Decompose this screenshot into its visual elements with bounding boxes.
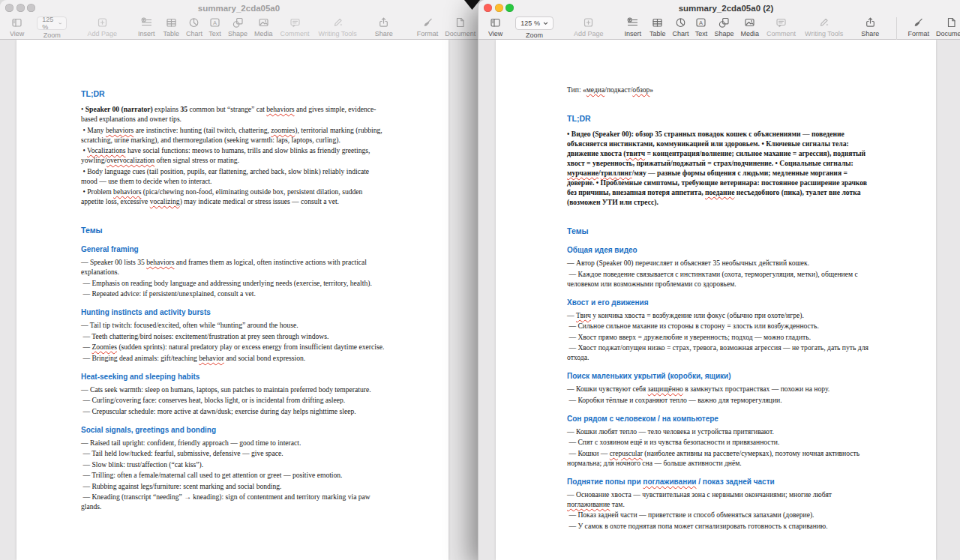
doc-paragraph: — Tail tip twitch: focused/excited, ofte… [81,320,386,330]
toolbar-button-table[interactable]: Table [650,16,666,37]
toolbar-button-document[interactable]: Document [445,16,476,37]
toolbar-button-share[interactable]: Share [861,16,879,37]
doc-subheading: Хвост и его движения [567,298,872,307]
text-run: TL;DR [567,114,591,123]
doc-paragraph: — Твич у кончика хвоста = возбуждение ил… [567,310,872,320]
text-run: Speaker 00 (narrator) [86,105,153,113]
text-run: — Slow blink: trust/affection (“cat kiss… [81,460,203,469]
text-run: — Rubbing against legs/furniture: scent … [81,482,282,490]
text-run: — [567,311,576,319]
text-run: • Many [81,126,106,134]
toolbar-button-zoom[interactable]: 125 %Zoom [515,16,554,39]
chart-icon [674,16,687,28]
text-run: » [650,85,653,94]
doc-paragraph: — Основание хвоста — чувствительная зона… [567,490,872,509]
text-run: are instinctive: hunting (tail twitch, c… [134,126,271,134]
close-button[interactable] [5,4,14,12]
doc-paragraph: — Кошки любят тепло — тело человека и ус… [567,427,872,436]
zoom-window-button[interactable] [27,4,35,12]
text-run: — Repeated advice: if persistent/unexpla… [81,289,256,298]
document-icon [945,16,958,28]
text-run: • Body language cues (tail position, pup… [81,167,370,185]
toolbar-button-shape[interactable]: Shape [228,16,248,37]
toolbar-button-chart[interactable]: Chart [672,16,688,37]
toolbar-button-add-page[interactable]: Add Page [87,16,117,37]
toolbar-button-document[interactable]: Document [936,16,960,37]
document-page[interactable]: Тип: «медиа/подкаст/обзор»TL;DR• Видео (… [496,40,936,560]
doc-heading: TL;DR [567,114,872,124]
toolbar-button-writing-tools[interactable]: Writing Tools [805,16,843,37]
toolbar-button-writing-tools[interactable]: Writing Tools [319,16,357,37]
toolbar-button-table[interactable]: Table [163,16,179,37]
doc-subheading: Сон рядом с человеком / на компьютере [567,414,872,424]
zoom-level-dropdown[interactable]: 125 % [37,16,67,30]
misspelled-word: триллинг [601,169,632,177]
toolbar-button-media[interactable]: Media [254,16,273,37]
toolbar-button-media[interactable]: Media [741,16,760,37]
minimize-button[interactable] [495,4,503,12]
doc-paragraph: — Кошки — crepuscular (наиболее активны … [567,448,872,468]
document-text[interactable]: TL;DR• Speaker 00 (narrator) explains 35… [16,40,448,560]
text-run: / показ задней части [697,478,775,486]
text-run: — Emphasis on reading body language and … [81,279,372,287]
toolbar-button-text[interactable]: AText [208,16,221,37]
doc-paragraph: — Slow blink: trust/affection (“cat kiss… [81,460,386,469]
doc-paragraph: — Crepuscular schedule: more active at d… [81,406,386,416]
zoom-window-button[interactable] [506,4,514,12]
misspelled-word: твитч [626,149,646,157]
close-button[interactable] [484,4,492,12]
toolbar-button-chart[interactable]: Chart [186,16,202,37]
doc-subheading: Social signals, greetings and bonding [81,425,386,435]
toolbar-button-text[interactable]: AText [694,16,707,37]
toolbar-button-zoom[interactable]: 125 %Zoom [37,16,67,39]
toolbar-button-comment[interactable]: Comment [766,16,796,37]
doc-paragraph: — Сильное сильное махание из стороны в с… [567,321,872,331]
toolbar-button-format[interactable]: Format [417,16,439,37]
misspelled-word: zoomies [271,126,295,134]
comment-icon [775,16,788,28]
doc-paragraph: — Коробки тёплые и сохраняют тепло — важ… [567,395,872,405]
doc-paragraph: — Teeth chattering/bird noises: exciteme… [81,331,386,341]
zoom-level-dropdown[interactable]: 125 % [515,16,554,30]
doc-paragraph: — Хвост прямо вверх = дружелюбие и увере… [567,332,872,342]
toolbar-button-label: Insert [138,30,155,37]
toolbar-button-label: Writing Tools [805,30,843,37]
toolbar-button-insert[interactable]: Insert [138,16,155,37]
toolbar-button-label: Share [861,30,879,37]
doc-paragraph: — Emphasis on reading body language and … [81,278,386,288]
document-text[interactable]: Тип: «медиа/подкаст/обзор»TL;DR• Видео (… [496,40,936,560]
misspelled-word: медиа [586,85,604,94]
doc-paragraph: — Repeated advice: if persistent/unexpla… [81,289,386,298]
chevron-down-icon [58,22,62,25]
text-run: — Кошки — [567,449,610,457]
toolbar-button-label: Text [208,30,221,37]
text-run: TL;DR [81,89,105,98]
misspelled-word: vocalizing [150,197,180,205]
doc-subheading: General framing [81,244,386,254]
toolbar-button-insert[interactable]: Insert [624,16,641,37]
toolbar-button-add-page[interactable]: Add Page [574,16,604,37]
share-icon [377,16,390,28]
toolbar-button-view[interactable]: View [10,16,24,37]
minimize-button[interactable] [16,4,25,12]
doc-paragraph: • Many behaviors are instinctive: huntin… [81,125,386,145]
document-page[interactable]: TL;DR• Speaker 00 (narrator) explains 35… [16,40,448,560]
toolbar-button-comment[interactable]: Comment [280,16,310,37]
doc-paragraph: — У самок в охоте поднятая попа может си… [567,521,872,531]
view-icon [10,16,23,28]
format-icon [422,16,434,28]
toolbar-button-share[interactable]: Share [375,16,393,37]
toolbar-button-label: Shape [714,30,734,37]
doc-heading: Темы [567,226,872,236]
text-run: — Хвост прямо вверх = дружелюбие и увере… [567,333,811,341]
doc-heading: TL;DR [81,89,386,99]
doc-paragraph: • Problem behaviors (pica/chewing non-fo… [81,187,386,206]
toolbar-button-shape[interactable]: Shape [714,16,734,37]
toolbar-button-format[interactable]: Format [908,16,929,37]
text-run: — Trilling: often a female/maternal call… [81,471,343,479]
text-run: — У самок в охоте поднятая попа может си… [567,522,828,530]
misspelled-word: защищённо [648,385,683,393]
text-run: (sudden sprints): natural predatory play… [117,343,384,351]
document-canvas-background: Тип: «медиа/подкаст/обзор»TL;DR• Видео (… [478,40,960,560]
toolbar-button-view[interactable]: View [488,16,502,37]
